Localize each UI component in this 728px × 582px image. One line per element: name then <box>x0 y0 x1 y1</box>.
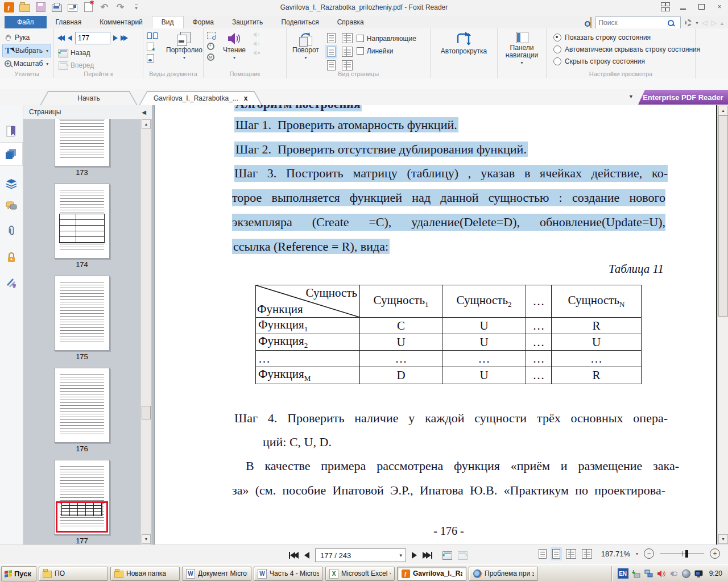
page-thumbnail-177[interactable] <box>54 460 110 535</box>
taskbar-button-6[interactable]: Проблема при загруз... <box>469 567 538 581</box>
display-icon[interactable] <box>694 569 704 578</box>
pages-panel-icon[interactable] <box>0 143 22 165</box>
layout-continuous-icon[interactable] <box>327 47 336 57</box>
layout-facing-icon[interactable] <box>342 33 353 43</box>
zoom-in-icon[interactable]: + <box>710 548 720 559</box>
restore-icon[interactable] <box>696 2 706 11</box>
thumbnail-item-175[interactable]: 175 <box>23 276 140 368</box>
zoom-dropdown-icon[interactable]: ▾ <box>46 61 48 66</box>
taskbar-button-5[interactable]: ƒGavrilova_I._Razra... <box>397 567 466 581</box>
remove-hardware-icon[interactable] <box>632 569 641 578</box>
doc-scroll-thumb[interactable] <box>718 115 728 317</box>
start-button[interactable]: Пуск <box>1 566 36 581</box>
doc-scroll-down-icon[interactable]: ▼ <box>718 534 728 544</box>
ribbon-tab-6[interactable]: Поделиться <box>272 16 328 28</box>
document-page[interactable]: Алгоритм построения Шаг 1. Проверить ато… <box>155 105 717 544</box>
undo-icon[interactable]: ↶ <box>99 2 110 13</box>
close-icon[interactable]: × <box>714 2 725 11</box>
rulers-checkbox-row[interactable]: Линейки <box>357 45 416 56</box>
prev-page-status-icon[interactable] <box>304 552 309 559</box>
status-layout-continuous-facing-icon[interactable] <box>582 549 592 559</box>
thumb-scroll-up-icon[interactable]: ▲ <box>142 119 151 129</box>
audio-device-icon[interactable] <box>669 569 679 578</box>
taskbar-button-2[interactable]: WДокумент Microsoft ... <box>182 567 251 581</box>
open-file-icon[interactable] <box>19 2 30 13</box>
network-icon[interactable] <box>644 569 653 578</box>
layers-panel-icon[interactable] <box>0 172 22 195</box>
previous-view-icon[interactable] <box>442 551 452 560</box>
print-icon[interactable] <box>51 2 62 13</box>
next-page-icon[interactable] <box>113 35 118 41</box>
rulers-checkbox[interactable] <box>357 47 364 55</box>
search-box[interactable] <box>595 16 681 29</box>
document-scrollbar[interactable]: ▲ ▼ <box>717 105 728 544</box>
redo-icon[interactable]: ↷ <box>115 2 126 13</box>
ribbon-tab-7[interactable]: Справка <box>328 16 373 28</box>
page-thumbnail-176[interactable] <box>54 368 110 443</box>
ribbon-tab-4[interactable]: Форма <box>184 16 223 28</box>
customize-qat-icon[interactable]: ▾ <box>131 2 142 13</box>
volume-icon[interactable] <box>657 569 666 578</box>
loupe-icon[interactable] <box>207 43 214 50</box>
statusbar-radio-row-2[interactable]: Скрыть строку состояния <box>553 56 693 66</box>
new-document-icon[interactable] <box>83 2 94 13</box>
tab-list-dropdown-icon[interactable]: ▼ <box>628 94 634 99</box>
ribbon-tab-5[interactable]: Защитить <box>223 16 272 28</box>
search-input[interactable] <box>596 19 668 27</box>
text-viewer-icon[interactable] <box>147 32 158 40</box>
language-indicator[interactable]: EN <box>618 568 628 579</box>
close-tab-icon[interactable]: x <box>244 94 248 102</box>
zoom-tool-button[interactable]: + Масштаб ▾ <box>2 57 51 70</box>
magnifier-icon[interactable]: M <box>207 53 214 61</box>
minimize-icon[interactable] <box>678 2 688 11</box>
last-page-icon[interactable] <box>121 35 128 41</box>
ribbon-tab-3[interactable]: Вид <box>152 16 184 28</box>
thumbnail-scrollbar[interactable]: ▲ ▼ <box>140 119 151 544</box>
ribbon-tab-2[interactable]: Комментарий <box>90 16 152 28</box>
status-layout-continuous-icon[interactable] <box>552 549 560 559</box>
taskbar-button-4[interactable]: XMicrosoft Excel - Заня... <box>325 567 395 581</box>
guides-checkbox-row[interactable]: Направляющие <box>357 33 416 44</box>
page-number-input[interactable] <box>75 32 110 44</box>
comments-panel-icon[interactable] <box>0 195 22 218</box>
ribbon-tab-1[interactable]: Главная <box>47 16 91 28</box>
layout-booklet-icon[interactable] <box>342 60 353 70</box>
attachments-panel-icon[interactable] <box>0 220 22 243</box>
layout-continuous-facing-icon[interactable] <box>342 47 353 57</box>
thumbnail-item-173[interactable]: 173 <box>23 119 140 184</box>
portfolio-dropdown-icon[interactable]: ▾ <box>183 55 185 60</box>
hand-tool-button[interactable]: Рука <box>2 31 51 44</box>
nav-panels-button[interactable]: Панели навигации ▾ <box>500 31 544 66</box>
page-thumbnail-174[interactable] <box>54 184 110 259</box>
guides-checkbox[interactable] <box>357 35 364 42</box>
status-layout-facing-icon[interactable] <box>566 549 576 559</box>
rotate-dropdown-icon[interactable]: ▾ <box>304 55 307 60</box>
autoscroll-button[interactable]: Автопрокрутка <box>433 31 495 56</box>
collapse-ribbon-icon[interactable]: ▵ <box>721 20 723 26</box>
gear-icon[interactable] <box>685 19 692 26</box>
zoom-out-icon[interactable]: − <box>644 548 654 559</box>
read-aloud-button[interactable]: Чтение ▾ <box>220 31 249 61</box>
first-page-icon[interactable] <box>57 35 65 41</box>
statusbar-radio-row-1[interactable]: Автоматически скрывать строку состояния <box>553 44 693 55</box>
zoom-dropdown-status-icon[interactable]: ▾ <box>636 551 638 556</box>
document-properties-icon[interactable] <box>67 2 78 13</box>
radio-button-0[interactable] <box>553 34 561 41</box>
signature-panel-icon[interactable] <box>0 271 22 294</box>
layout-split-icon[interactable] <box>327 60 336 70</box>
thumbnail-item-177[interactable]: 177 <box>23 460 140 544</box>
ribbon-tab-0[interactable]: Файл <box>5 16 47 28</box>
find-previous-icon[interactable]: ◁ <box>702 19 708 27</box>
search-icon[interactable] <box>668 20 674 26</box>
thumb-scroll-down-icon[interactable]: ▼ <box>142 534 151 544</box>
reflow-view-icon[interactable] <box>147 43 154 51</box>
radio-button-1[interactable] <box>553 45 561 53</box>
search-folder-icon[interactable] <box>590 18 592 28</box>
statusbar-radio-row-0[interactable]: Показать строку состояния <box>553 32 693 43</box>
nav-panels-dropdown-icon[interactable]: ▾ <box>520 60 523 65</box>
read-dropdown-icon[interactable]: ▾ <box>233 55 235 60</box>
thumbnail-item-174[interactable]: 174 <box>23 184 140 276</box>
page-indicator-box[interactable]: 177 / 243 ▾ <box>315 548 406 562</box>
select-tool-button[interactable]: T Выбрать ▾ <box>2 44 51 57</box>
back-view-button[interactable]: Назад <box>56 47 140 59</box>
